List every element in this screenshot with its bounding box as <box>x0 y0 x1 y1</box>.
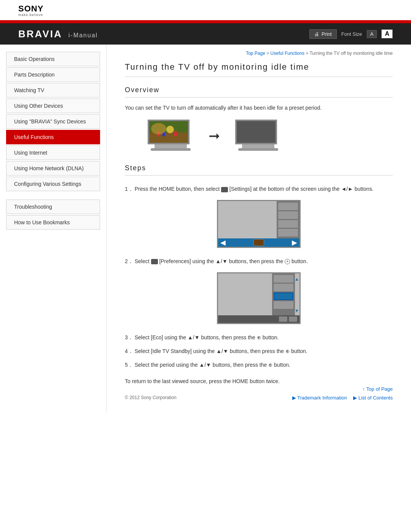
content: Top Page > Useful Functions > Turning th… <box>107 45 411 413</box>
footer-links: ▶ Trademark Information ▶ List of Conten… <box>292 395 393 401</box>
tv-stand-off <box>242 144 274 148</box>
svg-point-2 <box>166 126 174 133</box>
sidebar-item-basic-operations[interactable]: Basic Operations <box>6 52 100 66</box>
overview-heading: Overview <box>125 86 393 97</box>
mockup1-settings-icon <box>253 239 264 246</box>
font-size-label: Font Size <box>341 31 362 37</box>
svg-rect-1 <box>149 133 188 143</box>
tv-off-illustration <box>235 120 281 152</box>
mockup2-menu <box>272 273 295 315</box>
mockup2-item-selected <box>274 292 293 300</box>
sidebar-item-parts-description[interactable]: Parts Description <box>6 67 100 82</box>
mockup1-menu-item-1 <box>278 203 298 210</box>
header-right: 🖨 Print Font Size A A <box>309 29 393 39</box>
step-2-num: 2． <box>125 258 133 264</box>
copyright: © 2012 Sony Corporation <box>125 395 177 400</box>
step-3-text: Select [Eco] using the ▲/▼ buttons, then… <box>135 334 279 340</box>
mockup1-menu-item-4 <box>278 229 298 236</box>
tv-base-on <box>151 148 191 151</box>
mockup2-item-4 <box>274 301 293 309</box>
mockup1-left-arrow: ◀ <box>220 238 226 247</box>
tv-illustration: ➞ <box>125 120 393 152</box>
mockup1-menu-item-3 <box>278 220 298 228</box>
svg-rect-5 <box>174 131 177 136</box>
breadcrumb-separator1: > <box>266 51 270 56</box>
tv-base-off <box>238 148 278 151</box>
mockup2-nav-icon1 <box>279 316 287 322</box>
print-icon: 🖨 <box>314 31 319 37</box>
mockup1-container: ◀ ▶ <box>125 200 393 248</box>
top-of-page-link[interactable]: ↑ Top of Page <box>363 386 393 392</box>
sidebar-item-configuring-settings[interactable]: Configuring Various Settings <box>6 177 100 191</box>
sidebar-item-watching-tv[interactable]: Watching TV <box>6 83 100 97</box>
mockup2-scroll-arrows: ▲ ▼ <box>295 276 299 313</box>
mockup2-container: ▲ ▼ <box>125 272 393 324</box>
sidebar-item-how-to-bookmarks[interactable]: How to Use Bookmarks <box>6 215 100 230</box>
screen-mockup-1: ◀ ▶ <box>217 200 301 248</box>
imanual-text: i-Manual <box>68 32 98 39</box>
mockup1-navbar: ◀ ▶ <box>218 238 299 247</box>
mockup1-menu-item-2 <box>278 211 298 219</box>
bravia-title: BRAVIA <box>18 28 62 40</box>
tv-screen-off <box>235 120 277 144</box>
footer-bottom: © 2012 Sony Corporation ▶ Trademark Info… <box>125 395 393 401</box>
sidebar-item-using-internet[interactable]: Using Internet <box>6 145 100 160</box>
accent-bar <box>0 20 411 23</box>
sidebar-item-using-other-devices[interactable]: Using Other Devices <box>6 99 100 113</box>
sidebar-item-useful-functions[interactable]: Useful Functions <box>6 130 100 144</box>
font-large-button[interactable]: A <box>381 29 393 38</box>
step-4-num: 4． <box>125 348 133 354</box>
mockup2-up-arrow: ▲ <box>295 276 299 282</box>
step-5-num: 5． <box>125 362 133 368</box>
mockup2-item-1 <box>274 275 293 283</box>
step-2: 2． Select [Preferences] using the ▲/▼ bu… <box>125 257 393 266</box>
mockup1-screen: ◀ ▶ <box>218 201 299 247</box>
sidebar-item-using-home-network[interactable]: Using Home Network (DLNA) <box>6 161 100 176</box>
header-left: BRAVIA i-Manual <box>18 28 98 40</box>
breadcrumb-useful-functions[interactable]: Useful Functions <box>271 51 304 56</box>
svg-rect-4 <box>162 132 165 136</box>
step-4-text: Select [Idle TV Standby] using the ▲/▼ b… <box>135 348 307 354</box>
step-1: 1． Press the HOME button, then select [S… <box>125 185 393 194</box>
breadcrumb-top-page[interactable]: Top Page <box>246 51 265 56</box>
mockup2-screen: ▲ ▼ <box>218 273 299 323</box>
tv-screen-on <box>148 120 190 144</box>
main-layout: Basic Operations Parts Description Watch… <box>0 45 411 413</box>
step-4: 4． Select [Idle TV Standby] using the ▲/… <box>125 347 393 356</box>
steps-heading: Steps <box>125 164 393 176</box>
enter-button-symbol2: + <box>285 259 290 264</box>
arrow-right: ➞ <box>209 128 220 144</box>
step-3-num: 3． <box>125 334 133 340</box>
sidebar: Basic Operations Parts Description Watch… <box>0 45 107 413</box>
breadcrumb-current: Turning the TV off by monitoring idle ti… <box>309 51 393 56</box>
print-button[interactable]: 🖨 Print <box>309 29 337 39</box>
breadcrumb-separator2: > <box>306 51 309 56</box>
mockup2-navbar <box>218 315 299 323</box>
mockup2-down-arrow: ▼ <box>295 308 299 313</box>
step-3: 3． Select [Eco] using the ▲/▼ buttons, t… <box>125 333 393 342</box>
page-title: Turning the TV off by monitoring idle ti… <box>125 62 393 77</box>
sidebar-divider <box>0 192 106 198</box>
steps-section: 1． Press the HOME button, then select [S… <box>125 185 393 385</box>
step-1-num: 1． <box>125 186 133 192</box>
sony-logo: SONY make.believe <box>18 5 393 17</box>
tv-stand-on <box>155 144 187 148</box>
header: BRAVIA i-Manual 🖨 Print Font Size A A <box>0 23 411 45</box>
sidebar-item-troubleshooting[interactable]: Troubleshooting <box>6 200 100 214</box>
top-bar: SONY make.believe <box>0 0 411 20</box>
tv-content-svg <box>149 121 188 143</box>
sidebar-item-using-bravia-sync[interactable]: Using "BRAVIA" Sync Devices <box>6 114 100 129</box>
font-small-button[interactable]: A <box>367 30 377 38</box>
tv-off-svg <box>237 121 276 143</box>
list-of-contents-link[interactable]: ▶ List of Contents <box>353 395 393 401</box>
trademark-link[interactable]: ▶ Trademark Information <box>292 395 347 401</box>
screen-mockup-2: ▲ ▼ <box>217 272 301 324</box>
settings-icon <box>221 187 228 192</box>
mockup2-item-2 <box>274 284 293 291</box>
svg-rect-3 <box>157 131 160 136</box>
mockup2-nav-icon2 <box>289 316 297 322</box>
overview-text: You can set the TV to turn off automatic… <box>125 104 393 112</box>
step-2-text: Select [Preferences] using the ▲/▼ butto… <box>135 258 308 264</box>
breadcrumb: Top Page > Useful Functions > Turning th… <box>125 51 393 56</box>
preferences-icon <box>151 259 158 264</box>
